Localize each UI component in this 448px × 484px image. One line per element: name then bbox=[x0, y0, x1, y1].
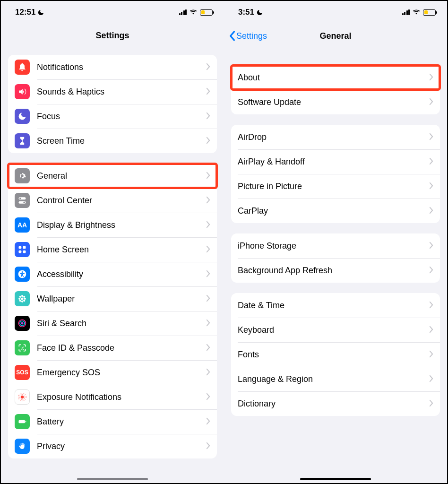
aa-icon: AA bbox=[15, 217, 30, 233]
row-label: Sounds & Haptics bbox=[37, 87, 203, 97]
row-privacy[interactable]: Privacy bbox=[8, 434, 217, 458]
general-group-datetime: Date & TimeKeyboardFontsLanguage & Regio… bbox=[231, 293, 440, 416]
row-screen-time[interactable]: Screen Time bbox=[8, 129, 217, 153]
page-title: General bbox=[319, 31, 351, 41]
wifi-icon bbox=[189, 9, 198, 16]
row-date-time[interactable]: Date & Time bbox=[231, 293, 440, 318]
chevron-right-icon bbox=[206, 392, 210, 403]
row-label: Control Center bbox=[37, 196, 203, 206]
row-exposure-notifications[interactable]: Exposure Notifications bbox=[8, 385, 217, 409]
chevron-right-icon bbox=[206, 367, 210, 378]
general-group-about: AboutSoftware Update bbox=[231, 65, 440, 114]
row-carplay[interactable]: CarPlay bbox=[231, 199, 440, 223]
status-bar: 12:51 bbox=[1, 1, 224, 24]
row-focus[interactable]: Focus bbox=[8, 104, 217, 129]
home-indicator[interactable] bbox=[300, 478, 371, 480]
row-dictionary[interactable]: Dictionary bbox=[231, 391, 440, 416]
row-label: About bbox=[238, 73, 426, 83]
row-emergency-sos[interactable]: SOSEmergency SOS bbox=[8, 360, 217, 385]
row-control-center[interactable]: Control Center bbox=[8, 188, 217, 213]
svg-point-9 bbox=[22, 271, 23, 273]
svg-rect-28 bbox=[26, 421, 26, 422]
row-label: AirPlay & Handoff bbox=[238, 157, 426, 167]
svg-point-16 bbox=[23, 296, 25, 298]
svg-point-11 bbox=[21, 295, 23, 297]
row-background-app-refresh[interactable]: Background App Refresh bbox=[231, 258, 440, 283]
chevron-right-icon bbox=[206, 111, 210, 122]
row-label: General bbox=[37, 171, 203, 181]
row-keyboard[interactable]: Keyboard bbox=[231, 318, 440, 342]
row-label: Date & Time bbox=[238, 301, 426, 311]
dnd-moon-icon bbox=[37, 9, 44, 16]
row-fonts[interactable]: Fonts bbox=[231, 342, 440, 367]
row-label: Background App Refresh bbox=[238, 266, 426, 276]
chevron-right-icon bbox=[429, 265, 433, 276]
row-sounds-haptics[interactable]: Sounds & Haptics bbox=[8, 79, 217, 104]
row-label: Keyboard bbox=[238, 325, 426, 335]
row-battery[interactable]: Battery bbox=[8, 409, 217, 434]
chevron-right-icon bbox=[206, 86, 210, 97]
back-button[interactable]: Settings bbox=[229, 24, 267, 48]
svg-point-17 bbox=[19, 300, 21, 302]
svg-point-22 bbox=[21, 347, 22, 348]
row-siri-search[interactable]: Siri & Search bbox=[8, 311, 217, 336]
row-general[interactable]: General bbox=[8, 164, 217, 188]
svg-point-23 bbox=[23, 347, 24, 348]
row-about[interactable]: About bbox=[231, 65, 440, 90]
row-label: Battery bbox=[37, 417, 203, 427]
row-wallpaper[interactable]: Wallpaper bbox=[8, 286, 217, 311]
row-picture-in-picture[interactable]: Picture in Picture bbox=[231, 174, 440, 199]
row-label: Emergency SOS bbox=[37, 368, 203, 378]
home-indicator[interactable] bbox=[77, 478, 148, 480]
chevron-right-icon bbox=[429, 206, 433, 216]
hourglass-icon bbox=[15, 133, 30, 148]
svg-point-24 bbox=[21, 396, 24, 399]
chevron-right-icon bbox=[206, 343, 210, 354]
moon-icon bbox=[15, 109, 30, 124]
svg-point-10 bbox=[21, 298, 24, 300]
chevron-right-icon bbox=[206, 318, 210, 329]
siri-icon bbox=[15, 316, 30, 331]
row-iphone-storage[interactable]: iPhone Storage bbox=[231, 233, 440, 258]
accessibility-icon bbox=[15, 267, 30, 282]
row-label: Picture in Picture bbox=[238, 182, 426, 191]
chevron-right-icon bbox=[429, 156, 433, 167]
row-label: Language & Region bbox=[238, 374, 426, 384]
row-airdrop[interactable]: AirDrop bbox=[231, 125, 440, 149]
row-software-update[interactable]: Software Update bbox=[231, 90, 440, 114]
svg-point-15 bbox=[19, 296, 21, 298]
chevron-right-icon bbox=[429, 300, 433, 311]
row-language-region[interactable]: Language & Region bbox=[231, 367, 440, 391]
row-accessibility[interactable]: Accessibility bbox=[8, 262, 217, 286]
row-label: Dictionary bbox=[238, 399, 426, 409]
row-label: CarPlay bbox=[238, 206, 426, 216]
row-home-screen[interactable]: Home Screen bbox=[8, 237, 217, 262]
row-face-id-passcode[interactable]: Face ID & Passcode bbox=[8, 336, 217, 360]
chevron-right-icon bbox=[429, 398, 433, 409]
chevron-right-icon bbox=[429, 97, 433, 108]
chevron-right-icon bbox=[206, 441, 210, 452]
chevron-right-icon bbox=[206, 294, 210, 304]
svg-rect-4 bbox=[19, 246, 22, 249]
svg-rect-6 bbox=[19, 251, 22, 253]
row-label: Face ID & Passcode bbox=[37, 343, 203, 353]
svg-point-21 bbox=[21, 322, 24, 325]
cellular-icon bbox=[179, 9, 187, 15]
svg-point-1 bbox=[19, 198, 21, 199]
row-label: Wallpaper bbox=[37, 294, 203, 304]
row-label: Notifications bbox=[37, 62, 203, 72]
toggles-icon bbox=[15, 193, 30, 208]
back-label: Settings bbox=[236, 31, 267, 41]
sos-icon: SOS bbox=[15, 365, 30, 380]
row-display-brightness[interactable]: AADisplay & Brightness bbox=[8, 213, 217, 237]
row-label: Screen Time bbox=[37, 136, 203, 146]
chevron-right-icon bbox=[429, 374, 433, 385]
navbar: Settings bbox=[1, 24, 224, 48]
row-airplay-handoff[interactable]: AirPlay & Handoff bbox=[231, 149, 440, 174]
settings-screen: 12:51 Settings NotificationsSounds & Hap… bbox=[1, 1, 224, 483]
row-notifications[interactable]: Notifications bbox=[8, 55, 217, 79]
row-label: Focus bbox=[37, 112, 203, 121]
battery-icon bbox=[200, 9, 213, 16]
cellular-icon bbox=[402, 9, 410, 15]
chevron-right-icon bbox=[429, 72, 433, 83]
